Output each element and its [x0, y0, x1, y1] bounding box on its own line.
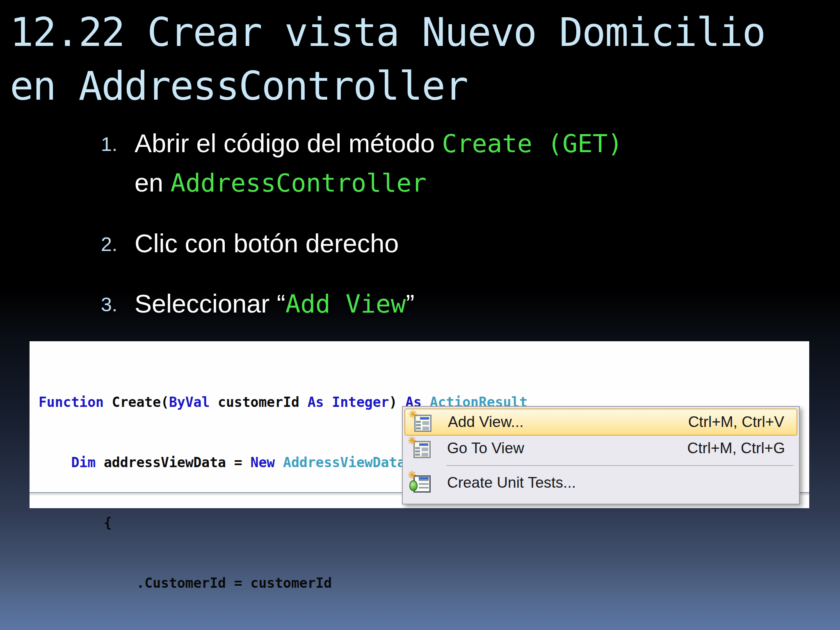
menu-item-add-view[interactable]: ✳ Add View... Ctrl+M, Ctrl+V	[404, 409, 797, 436]
slide-title-line-1: 12.22 Crear vista Nuevo Domicilio	[10, 6, 765, 59]
text-segment	[39, 454, 71, 470]
menu-item-label: Go To View	[447, 440, 687, 457]
text-segment: Function	[39, 394, 104, 410]
menu-item-shortcut: Ctrl+M, Ctrl+V	[688, 413, 784, 431]
text-segment: Clic con botón derecho	[135, 229, 399, 258]
text-segment	[324, 394, 332, 410]
text-segment: AddressController	[171, 168, 427, 197]
text-segment: Seleccionar “	[135, 289, 285, 318]
step-text: Seleccionar “Add View”	[135, 284, 414, 324]
context-menu: ✳ Add View... Ctrl+M, Ctrl+V ✳ Go To Vie…	[402, 406, 800, 504]
text-segment	[275, 454, 283, 470]
text-segment: New	[251, 454, 275, 470]
menu-item-label: Add View...	[448, 413, 688, 431]
step-item-1: 1. Abrir el código del método Create (GE…	[89, 124, 623, 203]
step-item-2: 2. Clic con botón derecho	[89, 224, 623, 263]
step-text: Clic con botón derecho	[135, 224, 399, 263]
step-number: 3.	[89, 284, 135, 316]
slide-title-line-2: en AddressController	[10, 59, 765, 113]
text-segment: addressViewData =	[96, 454, 251, 470]
step-text-line: Abrir el código del método Create (GET)	[135, 124, 623, 163]
code-line: .CustomerId = customerId	[39, 573, 527, 593]
text-segment: Create (GET)	[442, 129, 623, 158]
code-editor-screenshot: Function Create(ByVal customerId As Inte…	[30, 341, 809, 508]
text-segment: As	[308, 394, 324, 410]
text-segment: Create(	[104, 394, 169, 410]
text-segment: Dim	[71, 454, 96, 470]
menu-item-shortcut: Ctrl+M, Ctrl+G	[687, 440, 785, 457]
menu-item-create-unit-tests[interactable]: ✳ Create Unit Tests...	[404, 470, 797, 495]
text-segment: {	[39, 515, 112, 531]
steps-list: 1. Abrir el código del método Create (GE…	[89, 124, 623, 345]
text-segment: ByVal	[169, 394, 210, 410]
step-text: Abrir el código del método Create (GET) …	[135, 124, 623, 203]
menu-item-go-to-view[interactable]: ✳ Go To View Ctrl+M, Ctrl+G	[404, 436, 797, 461]
text-segment: ”	[406, 289, 414, 318]
text-segment: en	[135, 168, 171, 197]
menu-separator	[446, 465, 793, 466]
step-text-line: Clic con botón derecho	[135, 224, 399, 263]
text-segment: customerId	[210, 394, 307, 410]
step-text-line: en AddressController	[135, 163, 623, 203]
text-segment: Abrir el código del método	[135, 129, 442, 158]
slide-title: 12.22 Crear vista Nuevo Domicilio en Add…	[10, 6, 765, 113]
menu-item-label: Create Unit Tests...	[447, 474, 785, 491]
create-unit-tests-icon: ✳	[409, 472, 432, 493]
step-text-line: Seleccionar “Add View”	[135, 284, 414, 324]
text-segment: Add View	[285, 289, 406, 318]
go-to-view-icon: ✳	[409, 438, 432, 459]
step-number: 1.	[89, 124, 135, 155]
text-segment: Integer	[332, 394, 389, 410]
text-segment: AddressViewData	[283, 454, 405, 470]
code-line: {	[39, 513, 527, 533]
add-view-icon: ✳	[410, 411, 433, 433]
step-item-3: 3. Seleccionar “Add View”	[89, 284, 623, 324]
step-number: 2.	[89, 224, 135, 256]
slide-canvas: 12.22 Crear vista Nuevo Domicilio en Add…	[0, 0, 840, 630]
text-segment: .CustomerId = customerId	[39, 575, 332, 591]
